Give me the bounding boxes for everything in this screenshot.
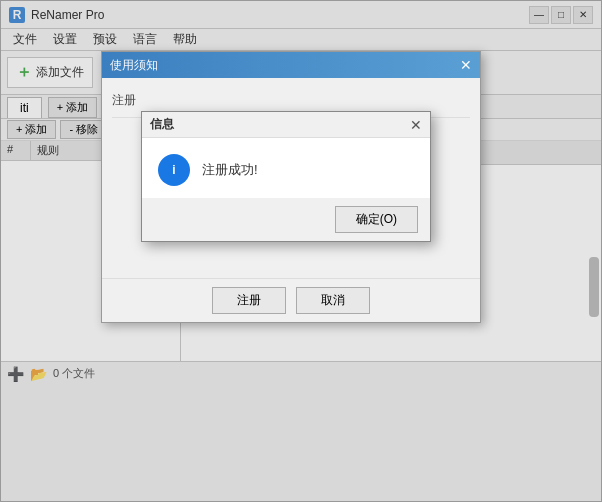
info-body: i 注册成功! xyxy=(142,138,430,198)
info-icon: i xyxy=(158,154,190,186)
notice-title-bar: 使用须知 ✕ xyxy=(102,52,480,78)
notice-close-button[interactable]: ✕ xyxy=(460,57,472,73)
register-button[interactable]: 注册 xyxy=(212,287,286,314)
notice-title: 使用须知 xyxy=(110,57,158,74)
cancel-button[interactable]: 取消 xyxy=(296,287,370,314)
info-dialog: 信息 ✕ i 注册成功! 确定(O) xyxy=(141,111,431,242)
info-message: 注册成功! xyxy=(202,161,258,179)
notice-buttons: 注册 取消 xyxy=(102,278,480,322)
info-title: 信息 xyxy=(150,116,174,133)
info-title-bar: 信息 ✕ xyxy=(142,112,430,138)
ok-button[interactable]: 确定(O) xyxy=(335,206,418,233)
app-window: R ReNamer Pro — □ ✕ 文件 设置 预设 语言 帮助 ＋ 添加文… xyxy=(0,0,602,502)
info-close-button[interactable]: ✕ xyxy=(410,117,422,133)
info-buttons: 确定(O) xyxy=(142,198,430,241)
